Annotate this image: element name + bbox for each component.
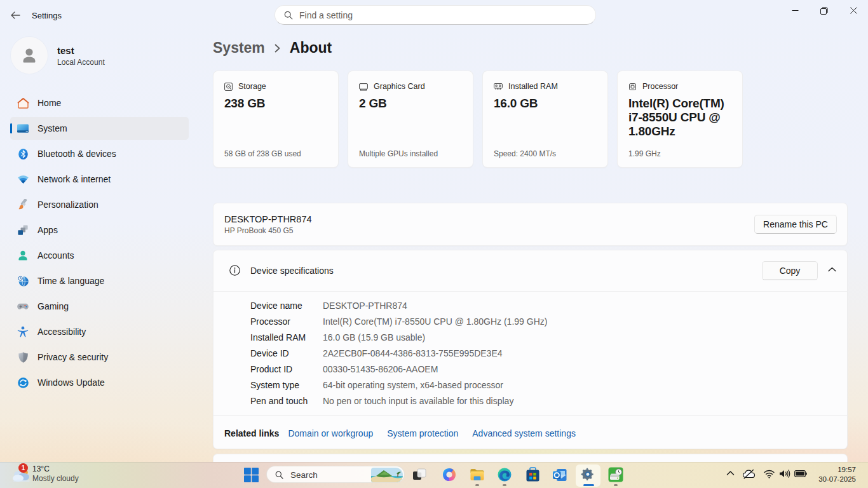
spec-value: DESKTOP-PTHR874	[323, 301, 407, 311]
sidebar-nav: Home System	[10, 92, 189, 396]
personalization-icon	[17, 198, 29, 211]
related-links-row: Related links Domain or workgroup System…	[214, 416, 847, 451]
info-icon	[229, 265, 240, 276]
sidebar-item-system[interactable]: System	[10, 117, 189, 140]
edge-button[interactable]	[497, 467, 512, 482]
clock[interactable]: 19:57 30-07-2025	[792, 465, 856, 484]
sidebar-item-personalization[interactable]: Personalization	[10, 193, 189, 216]
find-a-setting-searchbox[interactable]	[275, 5, 596, 25]
device-specifications-header[interactable]: Device specifications Copy	[214, 250, 847, 291]
stat-card-value: 2 GB	[359, 97, 463, 111]
sidebar-item-bluetooth-devices[interactable]: Bluetooth & devices	[10, 142, 189, 165]
gaming-icon	[17, 300, 29, 313]
sidebar-item-apps[interactable]: Apps	[10, 219, 189, 241]
outlook-button[interactable]	[552, 467, 567, 482]
taskbar: 1 13°C Mostly cloudy Search	[0, 462, 868, 488]
sidebar-item-label: Windows Update	[37, 377, 105, 388]
stat-card-caption: Multiple GPUs installed	[359, 149, 438, 158]
chevron-up-icon[interactable]	[828, 267, 836, 272]
spec-value: 16.0 GB (15.9 GB usable)	[323, 332, 425, 342]
spec-row: Processor Intel(R) Core(TM) i7-8550U CPU…	[250, 313, 847, 329]
spec-label: Installed RAM	[250, 332, 323, 342]
minimize-button[interactable]	[780, 0, 810, 21]
sidebar-item-accounts[interactable]: Accounts	[10, 244, 189, 267]
back-button[interactable]	[7, 8, 24, 23]
window-controls	[780, 0, 868, 21]
accessibility-icon	[17, 325, 29, 338]
breadcrumb-about: About	[290, 39, 332, 57]
bluetooth-icon	[17, 147, 29, 160]
system-protection-link[interactable]: System protection	[387, 428, 458, 438]
microsoft-store-icon	[526, 467, 540, 482]
settings-button[interactable]	[580, 467, 595, 482]
system-icon	[17, 122, 29, 135]
file-explorer-icon	[470, 468, 485, 482]
search-highlight-image[interactable]	[371, 468, 403, 482]
stat-card-value: 16.0 GB	[494, 97, 597, 111]
domain-or-workgroup-link[interactable]: Domain or workgroup	[288, 428, 373, 438]
spec-row: Device name DESKTOP-PTHR874	[250, 297, 847, 313]
sidebar-item-windows-update[interactable]: Windows Update	[10, 371, 189, 394]
stat-card-value: Intel(R) Core(TM) i7-8550U CPU @ 1.80GHz	[628, 97, 732, 139]
home-icon	[17, 97, 29, 109]
wifi-icon[interactable]	[764, 470, 775, 478]
weather-condition: Mostly cloudy	[32, 474, 79, 483]
spec-value: No pen or touch input is available for t…	[323, 396, 513, 406]
restore-icon	[820, 7, 828, 15]
sidebar-item-label: Bluetooth & devices	[37, 149, 116, 159]
start-button[interactable]	[243, 467, 259, 482]
spec-row: Device ID 2A2ECB0F-0844-4386-8313-755E99…	[250, 345, 847, 361]
copilot-button[interactable]	[442, 467, 457, 482]
rename-pc-button[interactable]: Rename this PC	[754, 215, 837, 234]
user-name: test	[57, 45, 74, 56]
breadcrumb-system[interactable]: System	[213, 39, 265, 57]
edge-icon	[497, 467, 512, 482]
spec-label: System type	[250, 380, 323, 390]
volume-icon[interactable]	[779, 469, 790, 478]
weather-widget[interactable]: 1 13°C Mostly cloudy	[12, 463, 139, 488]
stat-cards-row: Storage 238 GB 58 GB of 238 GB used Grap…	[213, 71, 743, 168]
windows-logo-icon	[244, 468, 259, 482]
stat-card-caption: 58 GB of 238 GB used	[224, 149, 301, 158]
copilot-icon	[442, 467, 457, 482]
minimize-icon	[792, 7, 799, 14]
graphics-card-icon	[359, 83, 368, 91]
spec-label: Pen and touch	[250, 396, 323, 406]
user-avatar[interactable]	[11, 37, 48, 74]
advanced-system-settings-link[interactable]: Advanced system settings	[472, 428, 576, 438]
privacy-icon	[17, 351, 29, 363]
sidebar-item-network-internet[interactable]: Network & internet	[10, 168, 189, 191]
device-spec-rows: Device name DESKTOP-PTHR874 Processor In…	[214, 292, 847, 409]
file-explorer-button[interactable]	[470, 467, 485, 482]
network-icon	[17, 173, 29, 186]
hidden-icons-caret[interactable]	[726, 470, 735, 476]
disk-utility-icon	[608, 467, 623, 482]
task-view-button[interactable]	[412, 467, 427, 482]
spec-label: Product ID	[250, 364, 323, 374]
microsoft-store-button[interactable]	[525, 467, 540, 482]
find-a-setting-input[interactable]	[299, 6, 579, 24]
disk-utility-button[interactable]	[608, 467, 623, 482]
notification-badge: 1	[18, 463, 28, 473]
sidebar-item-gaming[interactable]: Gaming	[10, 295, 189, 318]
close-button[interactable]	[839, 0, 868, 21]
windows-specifications-card[interactable]	[213, 454, 848, 462]
sidebar-item-home[interactable]: Home	[10, 92, 189, 114]
spec-label: Device ID	[250, 348, 323, 358]
sidebar-item-accessibility[interactable]: Accessibility	[10, 320, 189, 343]
apps-icon	[17, 224, 29, 236]
sidebar-item-time-language[interactable]: Time & language	[10, 269, 189, 292]
installed-ram-icon	[494, 83, 503, 90]
spec-value: 00330-51435-86206-AAOEM	[323, 364, 438, 374]
copy-button[interactable]: Copy	[762, 261, 818, 280]
restore-button[interactable]	[810, 0, 839, 21]
taskbar-search[interactable]: Search	[266, 466, 405, 483]
stat-card-caption: Speed: 2400 MT/s	[494, 149, 556, 158]
spec-value: 64-bit operating system, x64-based proce…	[323, 380, 503, 390]
settings-active-indicator	[583, 484, 594, 486]
breadcrumb-chevron-icon	[275, 44, 280, 53]
onedrive-paused-icon[interactable]	[742, 469, 756, 479]
sidebar-item-label: System	[37, 123, 67, 133]
sidebar-item-label: Accessibility	[37, 327, 86, 337]
sidebar-item-privacy-security[interactable]: Privacy & security	[10, 346, 189, 369]
